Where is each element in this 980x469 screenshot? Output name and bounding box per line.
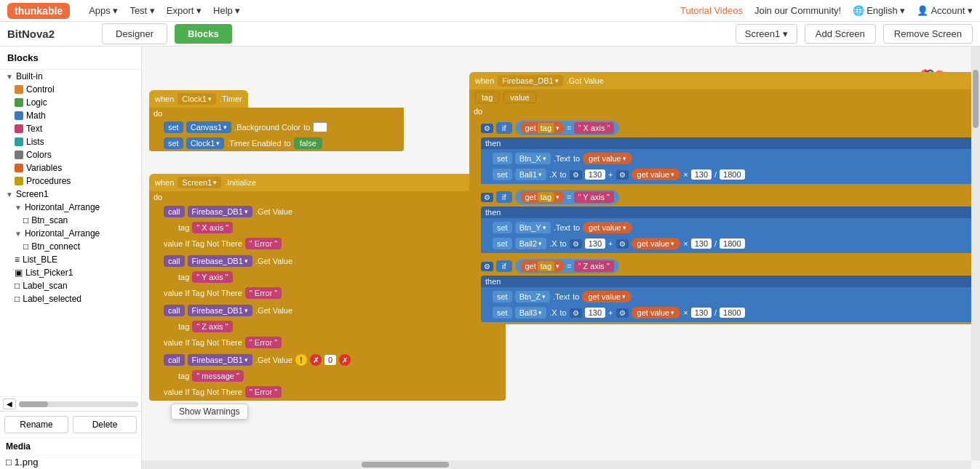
equals-op-2[interactable]: get tag▾ = " Y axis ": [515, 190, 620, 204]
variables-dot: [15, 164, 23, 172]
add-screen-button[interactable]: Add Screen: [805, 24, 876, 44]
nav-export[interactable]: Export ▾: [167, 5, 202, 16]
logo[interactable]: thunkable: [7, 3, 70, 19]
get-value-ball3[interactable]: get value▾: [632, 307, 681, 318]
ball1-piece[interactable]: Ball1▾: [515, 169, 546, 180]
y-axis-cmp-2[interactable]: " Y axis ": [574, 191, 614, 203]
get-tag-3[interactable]: get tag▾: [520, 260, 565, 272]
clock1-timer-piece[interactable]: Clock1▾: [186, 137, 225, 149]
nav-help[interactable]: Help ▾: [213, 5, 240, 16]
tutorial-link[interactable]: Tutorial Videos: [680, 5, 743, 16]
error-value-1[interactable]: " Error ": [245, 238, 282, 249]
clock-when-block[interactable]: when Clock1▾ .Timer do set Canvas1▾ .Bac…: [149, 90, 404, 151]
firebase-piece-4[interactable]: Firebase_DB1▾: [188, 354, 252, 366]
tab-designer[interactable]: Designer: [102, 23, 167, 44]
sidebar-item-procedures[interactable]: Procedures: [0, 175, 141, 188]
sidebar-item-colors[interactable]: Colors: [0, 148, 141, 161]
num-130-mult-3: 130: [691, 308, 712, 318]
gear-math-3[interactable]: ⚙: [616, 308, 629, 318]
nav-test[interactable]: Test ▾: [130, 5, 154, 16]
equals-op-1[interactable]: get tag▾ = " X axis ": [515, 121, 620, 135]
canvas-hscrollbar[interactable]: [142, 460, 971, 469]
sidebar-item-btn-connect[interactable]: □ Btn_connect: [0, 240, 141, 253]
vscroll-thumb[interactable]: [973, 70, 979, 128]
sidebar-item-label-scan[interactable]: □ Label_scan: [0, 279, 141, 292]
x-axis-value-1[interactable]: " X axis ": [192, 222, 233, 233]
get-tag-1[interactable]: get tag▾: [520, 122, 565, 134]
sidebar-item-label-selected[interactable]: □ Label_selected: [0, 292, 141, 305]
firebase-piece-1[interactable]: Firebase_DB1▾: [188, 206, 252, 217]
get-value-ball2[interactable]: get value▾: [632, 238, 681, 249]
sidebar-scrollbar[interactable]: [19, 401, 138, 407]
sidebar-item-list-ble[interactable]: ≡ List_BLE: [0, 253, 141, 266]
sidebar-item-variables[interactable]: Variables: [0, 161, 141, 175]
hscroll-thumb[interactable]: [362, 462, 449, 468]
error-value-2[interactable]: " Error ": [245, 287, 282, 299]
sidebar-item-media-file[interactable]: □ 1.png: [0, 455, 141, 469]
sidebar-item-list-picker1[interactable]: ▣ List_Picker1: [0, 266, 141, 279]
false-piece[interactable]: false: [294, 137, 322, 149]
sidebar-item-btn-scan[interactable]: □ Btn_scan: [0, 214, 141, 227]
tab-blocks[interactable]: Blocks: [175, 24, 232, 44]
z-axis-cmp-3[interactable]: " Z axis ": [574, 260, 614, 272]
remove-screen-button[interactable]: Remove Screen: [883, 24, 973, 44]
expand-icon: ▼: [6, 73, 13, 81]
firebase-piece-3[interactable]: Firebase_DB1▾: [188, 305, 252, 316]
get-value-btnz[interactable]: get value▾: [582, 291, 632, 302]
sidebar-item-screen1[interactable]: ▼ Screen1: [0, 188, 141, 201]
btnz-piece[interactable]: Btn_Z▾: [515, 291, 550, 302]
sidebar-item-control[interactable]: Control: [0, 83, 141, 96]
screen1-init-block[interactable]: when Screen1▾ .Initialize do call Fireba…: [149, 174, 506, 401]
sidebar-item-text[interactable]: Text: [0, 122, 141, 135]
message-value[interactable]: " message ": [192, 370, 244, 382]
get-value-ball1[interactable]: get value▾: [632, 169, 681, 180]
clock1-piece[interactable]: Clock1▾: [178, 93, 216, 105]
sidebar-item-horiz1[interactable]: ▼ Horizontal_Arrange: [0, 201, 141, 214]
account-button[interactable]: 👤 Account ▾: [917, 5, 973, 16]
btnx-piece[interactable]: Btn_X▾: [515, 153, 551, 164]
sidebar-item-horiz2[interactable]: ▼ Horizontal_Arrange: [0, 227, 141, 240]
ball3-piece[interactable]: Ball3▾: [515, 307, 546, 318]
scroll-left-button[interactable]: ◀: [3, 398, 16, 409]
delete-button[interactable]: Delete: [73, 416, 137, 433]
btny-piece[interactable]: Btn_Y▾: [515, 222, 551, 233]
error-value-4[interactable]: " Error ": [245, 386, 282, 398]
rename-button[interactable]: Rename: [4, 416, 68, 433]
color-value-white[interactable]: [313, 122, 327, 132]
canvas1-piece[interactable]: Canvas1▾: [186, 121, 231, 133]
show-warnings-popup[interactable]: Show Warnings: [171, 404, 248, 420]
firebase-db1-hat[interactable]: Firebase_DB1▾: [498, 75, 562, 87]
sidebar-item-builtin[interactable]: ▼ Built-in: [0, 70, 141, 83]
x-axis-cmp-1[interactable]: " X axis ": [574, 122, 615, 134]
gear-2[interactable]: ⚙: [481, 193, 493, 202]
firebase-piece-2[interactable]: Firebase_DB1▾: [188, 255, 252, 267]
gear-math-2[interactable]: ⚙: [616, 239, 629, 249]
z-axis-value-1[interactable]: " Z axis ": [192, 321, 232, 332]
gear-ball1[interactable]: ⚙: [570, 170, 582, 180]
canvas-vscrollbar[interactable]: [971, 47, 980, 460]
language-button[interactable]: 🌐 English ▾: [853, 5, 905, 16]
equals-op-3[interactable]: get tag▾ = " Z axis ": [515, 259, 619, 273]
nav-apps[interactable]: Apps ▾: [89, 5, 118, 16]
blocks-canvas[interactable]: 🎒 + − ⊡ when Clock1▾ .Timer do set: [142, 47, 980, 469]
get-value-btnx[interactable]: get value▾: [583, 153, 632, 164]
gear-ball2[interactable]: ⚙: [570, 239, 582, 249]
warning-badge[interactable]: !: [295, 354, 307, 366]
firebase-got-value-block[interactable]: when Firebase_DB1▾ .Got Value tag value …: [469, 72, 980, 324]
error-value-3[interactable]: " Error ": [245, 337, 282, 348]
sidebar-item-math[interactable]: Math: [0, 109, 141, 122]
gear-1[interactable]: ⚙: [481, 124, 493, 133]
ball2-piece[interactable]: Ball2▾: [515, 238, 546, 249]
sidebar-title: Blocks: [0, 47, 141, 70]
screen-selector[interactable]: Screen1 ▾: [736, 24, 797, 44]
gear-3[interactable]: ⚙: [481, 262, 493, 271]
get-tag-2[interactable]: get tag▾: [520, 191, 565, 203]
sidebar-item-logic[interactable]: Logic: [0, 96, 141, 109]
get-value-btny[interactable]: get value▾: [583, 222, 632, 233]
screen1-piece[interactable]: Screen1▾: [178, 177, 221, 188]
sidebar-item-lists[interactable]: Lists: [0, 135, 141, 148]
gear-math-1[interactable]: ⚙: [616, 170, 629, 180]
y-axis-value-1[interactable]: " Y axis ": [192, 271, 232, 283]
gear-ball3[interactable]: ⚙: [570, 308, 582, 318]
community-link[interactable]: Join our Community!: [754, 5, 841, 16]
